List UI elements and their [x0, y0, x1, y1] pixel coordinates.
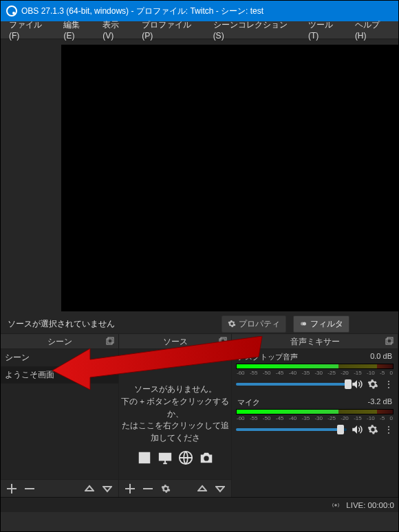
mixer-channel: マイク-3.2 dB-60-55-50-45-40-35-30-25-20-15… — [236, 397, 393, 436]
source-up-button[interactable] — [194, 481, 211, 496]
popout-icon[interactable] — [106, 337, 114, 345]
meter-ticks: -60-55-50-45-40-35-30-25-20-15-10-50 — [236, 370, 393, 376]
speaker-icon[interactable] — [351, 378, 363, 390]
app-window: OBS 27.1.3 (64-bit, windows) - プロファイル: T… — [0, 0, 399, 532]
menu-scenecollection[interactable]: シーンコレクション(S) — [209, 17, 300, 43]
camera-icon — [198, 450, 215, 465]
svg-point-11 — [335, 504, 338, 507]
channel-db: -3.2 dB — [368, 397, 392, 408]
sources-empty-line: たはここを右クリックして追加してくださ — [119, 420, 231, 445]
menu-profile[interactable]: プロファイル(P) — [138, 17, 204, 43]
channel-settings-button[interactable] — [367, 378, 380, 390]
sources-header[interactable]: ソース — [119, 334, 231, 349]
no-source-text: ソースが選択されていません — [8, 318, 115, 330]
scenes-panel: シーン シーン ようこそ画面 — [1, 334, 119, 497]
svg-rect-9 — [386, 339, 391, 344]
vu-meter — [236, 409, 393, 414]
status-bar: LIVE: 00:00:0 — [1, 497, 398, 512]
scenes-header[interactable]: シーン — [1, 334, 118, 349]
properties-label: プロパティ — [239, 318, 280, 330]
scenes-footer — [1, 479, 118, 497]
channel-name: デスクトップ音声 — [237, 352, 298, 362]
display-icon — [157, 450, 173, 465]
scene-down-button[interactable] — [99, 481, 116, 496]
svg-rect-4 — [219, 339, 225, 344]
sources-title: ソース — [163, 337, 188, 346]
gear-icon — [228, 320, 236, 328]
svg-point-8 — [204, 456, 208, 461]
add-source-button[interactable] — [122, 481, 138, 496]
popout-icon[interactable] — [385, 337, 393, 345]
channel-menu-button[interactable]: ⋮ — [384, 379, 393, 390]
preview-area — [1, 39, 398, 314]
source-down-button[interactable] — [212, 481, 228, 496]
filter-icon — [299, 320, 308, 328]
menu-view[interactable]: 表示(V) — [98, 17, 133, 43]
volume-slider[interactable] — [236, 428, 347, 431]
menu-tools[interactable]: ツール(T) — [304, 17, 347, 43]
scenes-list[interactable]: シーン ようこそ画面 — [1, 349, 118, 479]
add-scene-button[interactable] — [3, 481, 20, 496]
sources-empty-line: ソースがありません。 — [119, 384, 231, 396]
sources-list[interactable]: ソースがありません。 下の + ボタンをクリックするか、 たはここを右クリックし… — [119, 349, 231, 479]
channel-db: 0.0 dB — [370, 352, 392, 362]
vu-meter — [236, 364, 393, 369]
menu-help[interactable]: ヘルプ(H) — [351, 17, 394, 43]
properties-button[interactable]: プロパティ — [222, 315, 286, 333]
channel-menu-button[interactable]: ⋮ — [384, 424, 393, 435]
speaker-icon[interactable] — [351, 423, 363, 436]
channel-name: マイク — [237, 397, 260, 408]
svg-point-1 — [303, 322, 306, 326]
source-settings-button[interactable] — [158, 481, 174, 496]
volume-slider[interactable] — [236, 383, 347, 386]
svg-point-6 — [140, 454, 142, 456]
channel-settings-button[interactable] — [367, 423, 380, 436]
obs-logo-icon — [6, 5, 17, 16]
window-title: OBS 27.1.3 (64-bit, windows) - プロファイル: T… — [21, 5, 263, 17]
scene-up-button[interactable] — [81, 481, 98, 496]
svg-rect-5 — [221, 337, 226, 343]
remove-scene-button[interactable] — [21, 481, 38, 496]
filters-label: フィルタ — [310, 318, 343, 330]
sources-empty-line: 下の + ボタンをクリックするか、 — [119, 396, 231, 421]
scene-item[interactable]: ようこそ画面 — [1, 366, 118, 384]
svg-rect-2 — [107, 339, 112, 344]
mixer-title: 音声ミキサー — [290, 337, 340, 346]
menubar: ファイル(F) 編集(E) 表示(V) プロファイル(P) シーンコレクション(… — [1, 21, 398, 39]
globe-icon — [177, 450, 194, 465]
scenes-title: シーン — [47, 337, 72, 346]
menu-edit[interactable]: 編集(E) — [59, 17, 94, 43]
mixer-panel: 音声ミキサー デスクトップ音声0.0 dB-60-55-50-45-40-35-… — [232, 334, 398, 497]
panels-row: シーン シーン ようこそ画面 ソース ソース — [1, 333, 398, 497]
context-toolbar: ソースが選択されていません プロパティ フィルタ — [1, 314, 398, 333]
sources-panel: ソース ソースがありません。 下の + ボタンをクリックするか、 たはここを右ク… — [119, 334, 232, 497]
live-indicator-icon — [331, 500, 341, 510]
remove-source-button[interactable] — [140, 481, 156, 496]
svg-rect-10 — [387, 337, 393, 343]
menu-file[interactable]: ファイル(F) — [5, 17, 55, 43]
meter-ticks: -60-55-50-45-40-35-30-25-20-15-10-50 — [236, 415, 393, 421]
status-live: LIVE: 00:00:0 — [346, 501, 394, 509]
filters-button[interactable]: フィルタ — [293, 315, 349, 333]
sources-footer — [119, 479, 231, 497]
preview-canvas[interactable] — [61, 45, 398, 311]
svg-rect-3 — [108, 337, 114, 343]
mixer-channel: デスクトップ音声0.0 dB-60-55-50-45-40-35-30-25-2… — [236, 352, 393, 390]
mixer-header[interactable]: 音声ミキサー — [232, 334, 398, 349]
scene-item[interactable]: シーン — [1, 349, 118, 366]
sources-empty: ソースがありません。 下の + ボタンをクリックするか、 たはここを右クリックし… — [119, 349, 231, 465]
image-icon — [136, 450, 153, 465]
mixer-body: デスクトップ音声0.0 dB-60-55-50-45-40-35-30-25-2… — [232, 349, 398, 497]
popout-icon[interactable] — [219, 337, 227, 345]
